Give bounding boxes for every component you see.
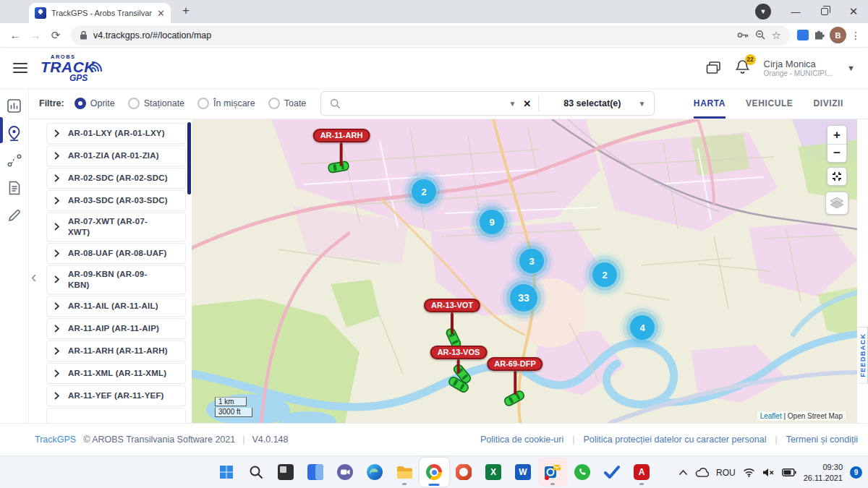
vehicle-plate-label[interactable]: AR-13-VOS — [430, 346, 488, 359]
vehicle-list-item[interactable]: AR-09-KBN (AR-09-KBN) — [46, 265, 186, 294]
bookmark-star-icon[interactable]: ☆ — [772, 30, 781, 40]
zoom-level-icon[interactable] — [755, 30, 766, 40]
taskbar-desktop-app-button[interactable] — [271, 458, 301, 487]
edit-pencil-icon[interactable] — [7, 207, 22, 223]
leaflet-link[interactable]: Leaflet — [760, 412, 782, 420]
user-menu[interactable]: Cirja Monica Orange - MUNICIPI... — [764, 59, 833, 77]
taskbar-word-button[interactable]: W — [509, 458, 538, 487]
back-icon[interactable]: ← — [7, 29, 23, 41]
chevron-right-icon[interactable] — [54, 392, 59, 400]
chevron-right-icon[interactable] — [54, 174, 59, 182]
restore-button[interactable] — [810, 0, 839, 23]
extensions-puzzle-icon[interactable] — [813, 29, 825, 41]
notification-center-badge[interactable]: 9 — [850, 466, 862, 479]
taskbar-file-explorer-button[interactable] — [390, 458, 420, 487]
reports-document-icon[interactable] — [7, 180, 22, 196]
pinned-extension-icon[interactable] — [797, 30, 809, 40]
close-button[interactable]: ✕ — [839, 0, 868, 23]
data-protection-link[interactable]: Politica protecției datelor cu caracter … — [584, 435, 767, 445]
terms-link[interactable]: Termeni și condiții — [786, 435, 858, 445]
map-cluster[interactable]: 4 — [630, 315, 655, 340]
onedrive-cloud-icon[interactable] — [695, 468, 709, 477]
hamburger-menu-icon[interactable] — [13, 63, 27, 73]
taskbar-outlook-button[interactable] — [538, 458, 568, 487]
forward-icon[interactable]: → — [27, 29, 43, 41]
search-dropdown-chevron-icon[interactable]: ▼ — [509, 100, 516, 108]
map-cluster[interactable]: 3 — [519, 249, 544, 273]
window-stack-icon[interactable] — [706, 61, 721, 74]
filter-option-oprite[interactable]: Oprite — [75, 98, 115, 109]
filter-option-in-miscare[interactable]: În mișcare — [197, 98, 255, 109]
chevron-right-icon[interactable] — [54, 152, 59, 160]
search-input[interactable] — [348, 98, 501, 109]
vehicle-list-item[interactable]: AR-11-AIL (AR-11-AIL) — [46, 296, 186, 317]
vehicle-list-item[interactable]: AR-11-ARH (AR-11-ARH) — [46, 341, 186, 361]
vehicle-marker[interactable]: AR-69-DFP — [487, 357, 542, 395]
vehicle-list-item[interactable]: AR-07-XWT (AR-07-XWT) — [46, 213, 186, 241]
password-key-icon[interactable] — [737, 30, 749, 40]
vehicle-list-item[interactable]: AR-11-XML (AR-11-XML) — [46, 363, 186, 384]
browser-menu-icon[interactable]: ⋮ — [851, 30, 861, 41]
radio-icon[interactable] — [197, 98, 209, 109]
vehicle-list-item[interactable]: AR-11-YEF (AR-11-YEF) — [46, 385, 186, 406]
chevron-right-icon[interactable] — [54, 197, 59, 205]
radio-icon[interactable] — [128, 98, 140, 109]
language-indicator[interactable]: ROU — [716, 468, 736, 478]
fullscreen-button[interactable] — [827, 167, 847, 186]
map-cluster[interactable]: 2 — [412, 179, 436, 204]
list-scrollbar[interactable] — [187, 122, 191, 194]
filter-option-stationate[interactable]: Staționate — [128, 98, 184, 109]
taskbar-acrobat-button[interactable]: A — [627, 458, 657, 487]
routes-icon[interactable] — [7, 153, 22, 168]
minimize-button[interactable]: — — [781, 0, 810, 23]
taskbar-excel-button[interactable]: X — [479, 458, 509, 487]
map-cluster[interactable]: 9 — [480, 210, 504, 234]
reload-icon[interactable]: ⟳ — [48, 29, 64, 42]
taskbar-office-button[interactable] — [449, 458, 479, 487]
vehicle-marker[interactable]: AR-13-VOT — [424, 299, 480, 334]
chevron-right-icon[interactable] — [54, 249, 59, 257]
chevron-right-icon[interactable] — [54, 347, 59, 355]
filter-option-toate[interactable]: Toate — [268, 98, 307, 109]
new-tab-button[interactable]: + — [182, 4, 190, 18]
vehicle-plate-label[interactable]: AR-13-VOT — [424, 299, 480, 312]
taskbar-task-view-button[interactable] — [301, 458, 331, 487]
chevron-right-icon[interactable] — [54, 129, 59, 137]
notifications-bell[interactable]: 22 — [736, 59, 749, 77]
radio-icon[interactable] — [268, 98, 280, 109]
volume-muted-icon[interactable] — [762, 468, 775, 477]
chevron-right-icon[interactable] — [54, 302, 59, 310]
start-button[interactable] — [212, 458, 242, 487]
tab-divizii[interactable]: DIVIZII — [813, 88, 843, 119]
layers-button[interactable] — [825, 192, 848, 215]
chevron-right-icon[interactable] — [54, 325, 59, 333]
clock[interactable]: 09:30 26.11.2021 — [804, 462, 843, 483]
vehicle-marker[interactable]: AR-13-VOS — [430, 346, 488, 374]
browser-tab[interactable]: TrackGPS - Arobs Transilvania ✕ — [29, 3, 171, 23]
taskbar-whatsapp-button[interactable] — [568, 458, 597, 487]
vehicle-list-item[interactable]: AR-03-SDC (AR-03-SDC) — [46, 190, 186, 211]
feedback-button[interactable]: FEEDBACK — [858, 327, 868, 384]
collapse-sidebar-icon[interactable]: ‹ — [31, 270, 36, 286]
map-cluster[interactable]: 33 — [510, 284, 537, 312]
media-controls-icon[interactable]: ▼ — [755, 4, 771, 20]
taskbar-chat-button[interactable] — [331, 458, 360, 487]
vehicle-list-item[interactable]: AR-01-LXY (AR-01-LXY) — [46, 123, 186, 144]
location-map-icon[interactable] — [7, 125, 22, 141]
taskbar-chrome-button[interactable] — [420, 458, 449, 487]
chevron-right-icon[interactable] — [54, 369, 59, 377]
zoom-out-button[interactable]: − — [827, 144, 846, 162]
map-cluster[interactable]: 2 — [592, 262, 617, 287]
chevron-right-icon[interactable] — [54, 223, 59, 231]
dashboard-chart-icon[interactable] — [7, 98, 22, 114]
tab-harta[interactable]: HARTA — [694, 88, 726, 119]
tab-vehicule[interactable]: VEHICULE — [746, 88, 793, 119]
vehicle-list-item[interactable]: AR-11-AIP (AR-11-AIP) — [46, 318, 186, 339]
tray-chevron-up-icon[interactable] — [678, 469, 688, 476]
vehicle-plate-label[interactable]: AR-69-DFP — [487, 357, 542, 371]
vehicle-list-item-partial[interactable] — [46, 408, 186, 423]
vehicle-list-item[interactable]: AR-01-ZIA (AR-01-ZIA) — [46, 145, 186, 166]
vehicle-list-item[interactable]: AR-02-SDC (AR-02-SDC) — [46, 168, 186, 189]
clear-search-icon[interactable]: ✕ — [523, 98, 531, 109]
footer-brand-link[interactable]: TrackGPS — [35, 435, 76, 445]
